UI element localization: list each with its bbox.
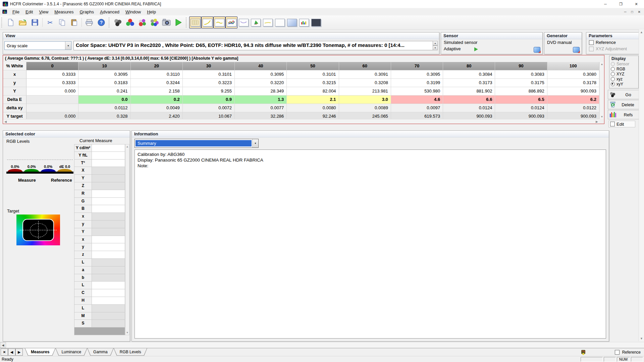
grid-cell[interactable]: 3.0 [339, 96, 391, 104]
grid-cell[interactable]: 0.2 [131, 96, 183, 104]
paste-icon[interactable] [68, 16, 80, 28]
display-option-xyz[interactable]: xyz [609, 76, 638, 81]
edit-checkbox[interactable] [610, 122, 615, 126]
tab-next-icon[interactable]: ▶ [15, 349, 23, 356]
new-file-icon[interactable] [5, 16, 17, 28]
tab-measures[interactable]: Measures [25, 348, 55, 356]
go-button[interactable]: Go [608, 90, 639, 99]
grid-cell[interactable]: 0.0122 [547, 104, 599, 112]
grid-cell[interactable]: 0.3215 [287, 79, 339, 87]
view-plain-icon[interactable] [274, 16, 286, 28]
grid-column-header[interactable]: 20 [131, 62, 183, 70]
current-measure-scrollbar[interactable]: ▲▼ [125, 144, 129, 335]
grid-cell[interactable]: 0.0097 [391, 104, 443, 112]
view-luminance-curve-icon[interactable] [237, 16, 250, 28]
sensor-settings-icon[interactable] [112, 16, 124, 28]
grid-cell[interactable]: 2.158 [131, 87, 183, 96]
grid-cell[interactable]: 0.3173 [443, 79, 495, 87]
grid-cell[interactable]: 0.3175 [495, 79, 547, 87]
information-view-select[interactable]: Summary ▼ [135, 139, 259, 148]
grid-cell[interactable]: 6.6 [443, 96, 495, 104]
grid-cell[interactable]: 213.981 [339, 87, 391, 96]
view-gradient-icon[interactable] [286, 16, 298, 28]
grid-cell[interactable]: 0.3095 [78, 70, 130, 79]
grid-cell[interactable]: 0.3220 [235, 79, 287, 87]
grid-cell[interactable]: 0.3095 [235, 70, 287, 79]
bottom-reference-checkbox[interactable] [615, 350, 620, 355]
delete-button[interactable]: Delete [608, 100, 639, 109]
grid-cell[interactable]: 1.3 [235, 96, 287, 104]
menu-item-graphs[interactable]: Graphs [76, 9, 97, 15]
tab-gamma[interactable]: Gamma [87, 348, 114, 356]
scroll-down-icon[interactable]: ▼ [601, 115, 603, 118]
help-icon[interactable]: ? [95, 16, 107, 28]
grid-horizontal-scrollbar[interactable]: ◀▶ [3, 119, 599, 124]
grid-cell[interactable]: 886.892 [495, 87, 547, 96]
reference-checkbox-row[interactable]: Reference [586, 39, 641, 46]
minimize-button-icon[interactable]: ─ [598, 0, 613, 8]
grid-cell[interactable]: 900.093 [547, 87, 599, 96]
grid-cell[interactable]: 0.3110 [131, 70, 183, 79]
grid-cell[interactable]: 0.0112 [78, 104, 130, 112]
view-histogram-icon[interactable] [298, 16, 310, 28]
capture-screen-icon[interactable] [160, 16, 172, 28]
scroll-up-icon[interactable]: ▲ [640, 31, 643, 34]
grid-cell[interactable]: 6.2 [547, 96, 599, 104]
menu-item-measures[interactable]: Measures [51, 9, 76, 15]
grid-cell[interactable]: 0.3101 [183, 70, 235, 79]
chevron-down-icon[interactable]: ▼ [65, 42, 71, 50]
view-nearwhite-curve-icon[interactable] [213, 16, 225, 28]
grid-cell[interactable]: 0.0049 [131, 104, 183, 112]
measure-grayscale-icon[interactable] [124, 16, 136, 28]
grid-column-header[interactable]: 60 [339, 62, 391, 70]
grid-cell[interactable]: 0.3080 [547, 70, 599, 79]
menu-item-help[interactable]: Help [144, 9, 159, 15]
restore-button-icon[interactable]: ❐ [613, 0, 629, 8]
display-option-xyy[interactable]: xyY [609, 81, 638, 86]
grid-column-header[interactable]: 90 [495, 62, 547, 70]
grid-column-header[interactable]: 10 [78, 62, 130, 70]
grid-cell[interactable]: 881.902 [443, 87, 495, 96]
menu-item-file[interactable]: File [9, 9, 22, 15]
edit-checkbox-row[interactable]: Edit [608, 121, 635, 127]
grid-cell[interactable]: 0.3183 [78, 79, 130, 87]
view-rgb-levels-icon[interactable] [225, 16, 237, 28]
scroll-up-icon[interactable]: ▲ [126, 145, 129, 148]
grid-column-header[interactable]: 50 [287, 62, 339, 70]
grid-column-header[interactable]: 70 [391, 62, 443, 70]
run-measures-icon[interactable] [172, 16, 184, 28]
workspace-horizontal-scrollbar[interactable]: ◀ [0, 342, 644, 348]
grid-cell[interactable]: 0.3095 [391, 70, 443, 79]
grid-cell[interactable]: 0.3333 [26, 70, 78, 79]
tab-luminance[interactable]: Luminance [55, 348, 87, 356]
grid-cell[interactable]: 0.3101 [287, 70, 339, 79]
save-file-icon[interactable] [29, 16, 41, 28]
scroll-up-icon[interactable]: ▲ [601, 63, 603, 66]
workspace-vertical-scrollbar[interactable]: ▲▼ [639, 29, 644, 341]
grid-cell[interactable] [26, 104, 78, 112]
menu-item-advanced[interactable]: Advanced [97, 9, 122, 15]
mdi-restore-icon[interactable]: □ [631, 10, 633, 14]
grid-cell[interactable]: 530.980 [391, 87, 443, 96]
grid-column-header[interactable]: 30 [183, 62, 235, 70]
grid-vertical-scrollbar[interactable]: ▲▼ [599, 62, 604, 119]
grid-column-header[interactable]: 80 [443, 62, 495, 70]
measure-index-spinner[interactable]: ▲ ▼ [433, 41, 438, 50]
menu-item-edit[interactable]: Edit [22, 9, 36, 15]
display-option-rgb[interactable]: RGB [609, 66, 638, 71]
grid-cell[interactable]: 0.0080 [287, 104, 339, 112]
measure-primaries-icon[interactable] [136, 16, 148, 28]
mdi-minimize-icon[interactable]: ─ [624, 10, 626, 14]
grid-column-header[interactable]: 100 [547, 62, 599, 70]
sensor-run-icon[interactable] [474, 47, 478, 51]
grid-cell[interactable]: 0.3199 [391, 79, 443, 87]
grid-cell[interactable]: 82.004 [287, 87, 339, 96]
grid-cell[interactable]: 0.3083 [495, 70, 547, 79]
view-mode-select[interactable]: Gray scale ▼ [4, 41, 71, 50]
grid-column-header[interactable]: 0 [26, 62, 78, 70]
scroll-left-icon[interactable]: ◀ [0, 342, 6, 348]
generator-configure-icon[interactable] [573, 47, 580, 53]
grid-cell[interactable]: 2.1 [287, 96, 339, 104]
menu-item-view[interactable]: View [36, 9, 51, 15]
view-measures-grid-icon[interactable] [189, 16, 201, 28]
